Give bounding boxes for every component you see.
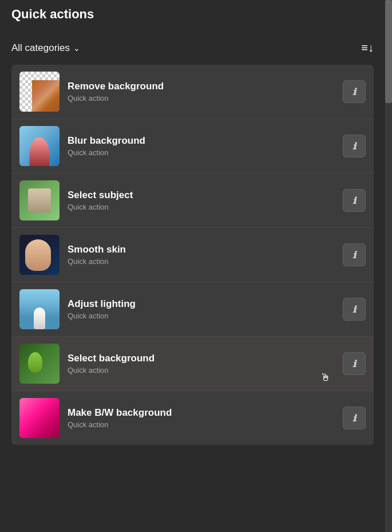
action-type-make-bw-background: Quick action — [68, 420, 335, 429]
sort-icon[interactable]: ≡↓ — [361, 41, 374, 54]
info-button-make-bw-background[interactable]: ℹ — [343, 407, 366, 429]
action-thumbnail-remove-background — [19, 72, 60, 112]
action-thumbnail-adjust-lighting — [19, 289, 60, 329]
action-name-select-background: Select background — [68, 353, 335, 364]
action-name-select-subject: Select subject — [68, 190, 335, 201]
action-text-select-subject: Select subject Quick action — [68, 190, 335, 211]
info-button-remove-background[interactable]: ℹ — [343, 80, 366, 103]
action-thumbnail-select-subject — [19, 180, 60, 220]
action-type-remove-background: Quick action — [68, 94, 335, 103]
action-item-smooth-skin[interactable]: Smooth skin Quick action ℹ — [11, 228, 374, 282]
action-text-remove-background: Remove background Quick action — [68, 81, 335, 103]
info-button-select-subject[interactable]: ℹ — [343, 189, 366, 212]
header-section: Quick actions — [11, 0, 374, 36]
action-item-adjust-lighting[interactable]: Adjust lighting Quick action ℹ — [11, 282, 374, 337]
action-item-select-background[interactable]: Select background Quick action ℹ 🖱 — [11, 337, 374, 391]
action-type-blur-background: Quick action — [68, 148, 335, 157]
action-text-adjust-lighting: Adjust lighting Quick action — [68, 298, 335, 320]
category-dropdown[interactable]: All categories ⌄ — [11, 42, 80, 54]
action-thumbnail-select-background — [19, 344, 60, 384]
action-text-blur-background: Blur background Quick action — [68, 135, 335, 157]
info-button-adjust-lighting[interactable]: ℹ — [343, 298, 366, 321]
category-label: All categories — [11, 42, 70, 54]
filter-row: All categories ⌄ ≡↓ — [11, 36, 374, 65]
info-button-blur-background[interactable]: ℹ — [343, 135, 366, 157]
scrollbar-thumb[interactable] — [385, 0, 392, 103]
action-thumbnail-make-bw-background — [19, 398, 60, 438]
action-name-make-bw-background: Make B/W background — [68, 407, 335, 419]
action-type-adjust-lighting: Quick action — [68, 312, 335, 320]
action-text-make-bw-background: Make B/W background Quick action — [68, 407, 335, 429]
action-type-select-subject: Quick action — [68, 203, 335, 211]
page-container: Quick actions All categories ⌄ ≡↓ Remove… — [0, 0, 392, 532]
action-text-select-background: Select background Quick action — [68, 353, 335, 375]
main-content: Quick actions All categories ⌄ ≡↓ Remove… — [0, 0, 385, 456]
info-button-smooth-skin[interactable]: ℹ — [343, 243, 366, 266]
action-item-select-subject[interactable]: Select subject Quick action ℹ — [11, 174, 374, 228]
action-name-blur-background: Blur background — [68, 135, 335, 147]
action-name-remove-background: Remove background — [68, 81, 335, 92]
action-thumbnail-smooth-skin — [19, 235, 60, 275]
info-button-select-background[interactable]: ℹ — [343, 352, 366, 375]
action-type-select-background: Quick action — [68, 366, 335, 375]
chevron-down-icon: ⌄ — [73, 44, 80, 53]
action-type-smooth-skin: Quick action — [68, 257, 335, 266]
action-text-smooth-skin: Smooth skin Quick action — [68, 244, 335, 266]
action-item-remove-background[interactable]: Remove background Quick action ℹ — [11, 65, 374, 119]
action-item-make-bw-background[interactable]: Make B/W background Quick action ℹ — [11, 391, 374, 445]
action-name-smooth-skin: Smooth skin — [68, 244, 335, 255]
scrollbar[interactable] — [385, 0, 392, 532]
action-name-adjust-lighting: Adjust lighting — [68, 298, 335, 310]
action-thumbnail-blur-background — [19, 126, 60, 166]
actions-list: Remove background Quick action ℹ Blur ba… — [11, 65, 374, 445]
page-title: Quick actions — [11, 7, 374, 22]
action-item-blur-background[interactable]: Blur background Quick action ℹ — [11, 119, 374, 174]
